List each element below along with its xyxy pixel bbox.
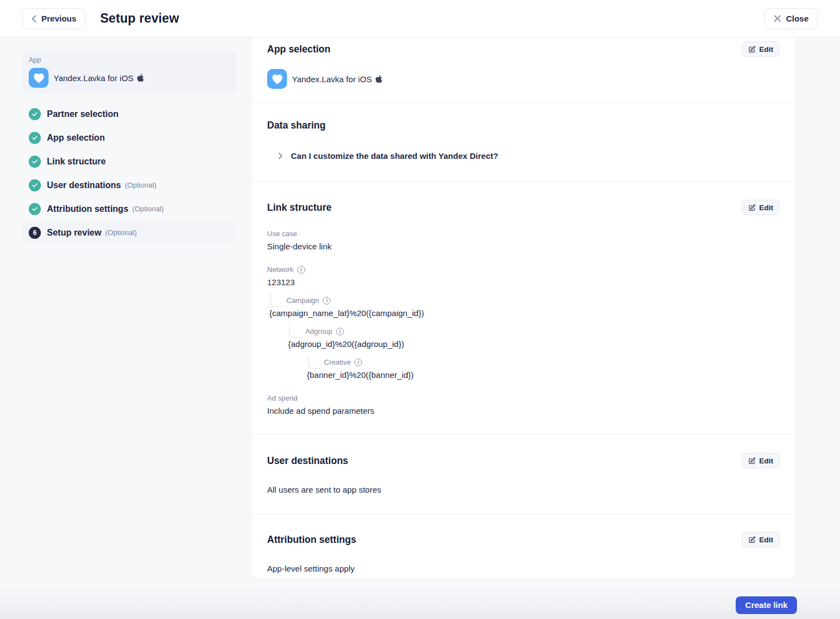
previous-label: Previous	[41, 14, 76, 23]
sidebar-step-link-structure[interactable]: Link structure	[22, 150, 236, 173]
sidebar-step-app-selection[interactable]: App selection	[22, 126, 236, 150]
sidebar-step-user-destinations[interactable]: User destinations (Optional)	[22, 173, 236, 197]
attribution-settings-title: Attribution settings	[267, 534, 356, 546]
sidebar-step-setup-review[interactable]: 6 Setup review (Optional)	[22, 221, 236, 244]
edit-label: Edit	[759, 204, 774, 212]
create-link-button[interactable]: Create link	[736, 596, 797, 614]
link-structure-title: Link structure	[267, 202, 332, 214]
step-done-check-icon	[29, 108, 41, 120]
step-label: App selection	[47, 133, 105, 143]
close-button[interactable]: Close	[764, 8, 818, 29]
step-done-check-icon	[29, 132, 41, 144]
yandex-lavka-app-icon	[29, 68, 49, 88]
wizard-steps: Partner selection App selection Link str…	[22, 102, 236, 244]
edit-icon	[748, 457, 756, 465]
app-selection-section: App selection Edit Yandex.Lavka for iOS	[252, 38, 795, 103]
page-title: Setup review	[100, 11, 179, 26]
chevron-left-icon	[31, 15, 36, 23]
link-structure-section: Link structure Edit Use case Single-devi…	[252, 182, 795, 435]
edit-label: Edit	[759, 536, 774, 544]
step-done-check-icon	[29, 179, 41, 191]
edit-icon	[748, 46, 756, 53]
app-selection-edit-button[interactable]: Edit	[742, 41, 780, 57]
info-icon[interactable]: i	[336, 328, 344, 335]
user-destinations-title: User destinations	[267, 455, 348, 467]
app-name: Yandex.Lavka for iOS	[54, 73, 134, 83]
data-sharing-title: Data sharing	[267, 120, 326, 131]
sidebar-step-attribution-settings[interactable]: Attribution settings (Optional)	[22, 197, 236, 221]
app-box-label: App	[29, 56, 230, 64]
step-label: User destinations	[47, 180, 121, 190]
link-structure-edit-button[interactable]: Edit	[742, 200, 780, 215]
campaign-value: {campaign_name_lat}%20({campaign_id})	[269, 308, 780, 318]
app-selection-title: App selection	[267, 44, 331, 55]
footer-bar: Create link	[0, 590, 840, 619]
attribution-settings-edit-button[interactable]: Edit	[742, 532, 780, 547]
step-optional-label: (Optional)	[105, 228, 137, 237]
edit-icon	[748, 204, 756, 211]
step-number-badge: 6	[29, 227, 41, 239]
user-destinations-section: User destinations Edit All users are sen…	[252, 435, 795, 515]
close-icon	[774, 15, 781, 22]
adgroup-value: {adgroup_id}%20({adgroup_id})	[288, 339, 780, 349]
tree-level-adgroup: Adgroup i {adgroup_id}%20({adgroup_id})	[289, 327, 780, 349]
setup-review-panel: App selection Edit Yandex.Lavka for iOS	[252, 38, 795, 578]
use-case-value: Single-device link	[267, 242, 780, 251]
tree-connector	[289, 324, 301, 338]
network-value: 123123	[267, 278, 780, 287]
wizard-sidebar: App Yandex.Lavka for iOS Partner selecti…	[0, 38, 252, 244]
top-bar: Previous Setup review Close	[0, 0, 840, 38]
step-label: Attribution settings	[47, 204, 129, 214]
sidebar-step-partner-selection[interactable]: Partner selection	[22, 102, 236, 126]
tree-level-campaign: Campaign i {campaign_name_lat}%20({campa…	[270, 296, 780, 318]
edit-label: Edit	[759, 45, 774, 54]
chevron-right-icon	[278, 152, 283, 159]
campaign-label: Campaign i	[286, 296, 780, 305]
app-name: Yandex.Lavka for iOS	[292, 74, 372, 84]
edit-icon	[748, 536, 756, 543]
step-done-check-icon	[29, 203, 41, 215]
edit-label: Edit	[759, 457, 774, 465]
info-icon[interactable]: i	[354, 359, 362, 366]
step-label: Setup review	[47, 228, 102, 238]
step-optional-label: (Optional)	[125, 181, 156, 189]
apple-logo-icon	[375, 74, 382, 83]
tree-connector	[308, 355, 320, 369]
creative-value: {banner_id}%20({banner_id})	[307, 370, 780, 380]
faq-question: Can I customize the data shared with Yan…	[291, 151, 498, 161]
network-label: Network i	[267, 265, 780, 274]
tree-connector	[270, 294, 283, 307]
tree-level-creative: Creative i {banner_id}%20({banner_id})	[308, 358, 780, 380]
ad-spend-value: Include ad spend parameters	[267, 406, 780, 415]
use-case-label: Use case	[267, 230, 780, 238]
previous-button[interactable]: Previous	[22, 8, 86, 29]
user-destinations-edit-button[interactable]: Edit	[742, 453, 780, 468]
attribution-settings-value: App-level settings apply	[267, 564, 780, 573]
step-optional-label: (Optional)	[132, 205, 164, 213]
step-done-check-icon	[29, 156, 41, 168]
data-sharing-section: Data sharing Can I customize the data sh…	[252, 103, 795, 182]
selected-app-box: App Yandex.Lavka for iOS	[22, 51, 236, 94]
close-label: Close	[786, 14, 809, 23]
attribution-settings-section: Attribution settings Edit App-level sett…	[252, 515, 795, 578]
content-area: App Yandex.Lavka for iOS Partner selecti…	[0, 38, 840, 590]
apple-logo-icon	[137, 73, 144, 82]
yandex-lavka-app-icon	[267, 69, 287, 89]
ad-spend-label: Ad spend	[267, 394, 780, 402]
user-destinations-value: All users are sent to app stores	[267, 485, 780, 494]
step-label: Partner selection	[47, 109, 119, 119]
step-label: Link structure	[47, 157, 106, 167]
adgroup-label: Adgroup i	[305, 327, 780, 335]
info-icon[interactable]: i	[323, 297, 331, 305]
info-icon[interactable]: i	[297, 266, 305, 274]
creative-label: Creative i	[324, 358, 780, 366]
data-sharing-faq-toggle[interactable]: Can I customize the data shared with Yan…	[267, 151, 780, 161]
